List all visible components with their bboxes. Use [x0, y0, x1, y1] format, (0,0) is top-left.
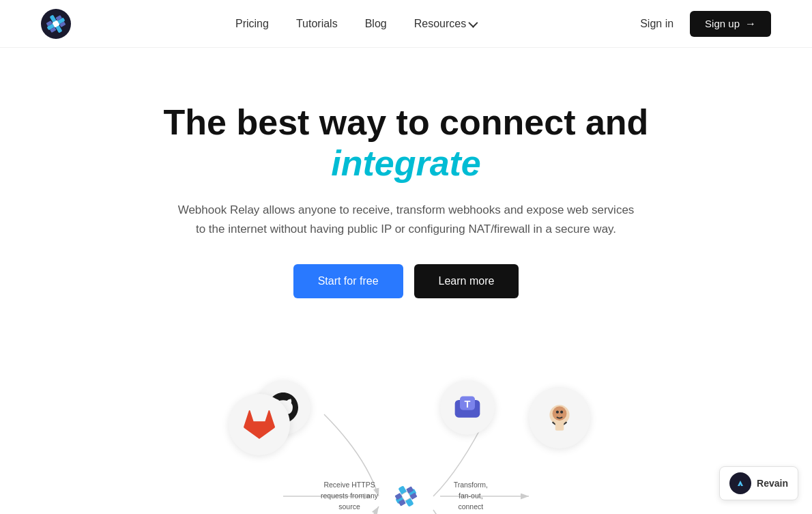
arrow-right-icon: →	[745, 18, 756, 30]
revain-icon	[734, 476, 747, 490]
svg-text:T: T	[465, 399, 471, 410]
logo[interactable]	[41, 9, 71, 39]
hero-buttons: Start for free Learn more	[147, 264, 665, 298]
hero-section: The best way to connect and integrate We…	[133, 48, 679, 367]
svg-point-15	[556, 411, 559, 414]
navbar: Pricing Tutorials Blog Resources Sign in…	[0, 0, 812, 48]
chevron-down-icon	[469, 18, 478, 27]
svg-point-16	[560, 411, 563, 414]
revain-label: Revain	[757, 478, 788, 489]
teams-icon-circle: T	[440, 380, 495, 435]
svg-rect-17	[555, 423, 564, 431]
transform-label: Transform, fan-out, connect	[454, 481, 488, 513]
jenkins-icon	[542, 401, 577, 435]
nav-tutorials[interactable]: Tutorials	[296, 18, 338, 29]
gitlab-icon	[242, 408, 276, 442]
diagram-section: T	[0, 367, 812, 514]
nav-auth: Sign in Sign up →	[640, 11, 771, 37]
jenkins-icon-circle	[529, 387, 590, 448]
sign-in-link[interactable]: Sign in	[640, 18, 673, 30]
nav-resources-link: Resources	[414, 18, 466, 30]
revain-badge[interactable]: Revain	[719, 466, 798, 500]
receive-label: Receive HTTPS requests from any source	[321, 481, 378, 513]
hero-title: The best way to connect and integrate	[147, 102, 665, 184]
start-for-free-button[interactable]: Start for free	[293, 264, 403, 298]
nav-blog[interactable]: Blog	[365, 18, 387, 29]
teams-icon: T	[452, 392, 482, 423]
nav-links: Pricing Tutorials Blog Resources	[235, 18, 476, 30]
sign-up-button[interactable]: Sign up →	[690, 11, 771, 37]
logo-icon	[41, 9, 71, 39]
diagram-center: Receive HTTPS requests from any source T…	[382, 472, 430, 514]
nav-pricing[interactable]: Pricing	[235, 18, 269, 29]
revain-logo	[729, 472, 751, 494]
nav-resources[interactable]: Resources	[414, 18, 476, 30]
satellite-center-icon	[382, 472, 430, 514]
gitlab-icon-circle	[229, 394, 290, 455]
hero-subtitle: Webhook Relay allows anyone to receive, …	[174, 201, 638, 240]
learn-more-button[interactable]: Learn more	[414, 264, 519, 298]
diagram-container: T	[215, 373, 597, 514]
